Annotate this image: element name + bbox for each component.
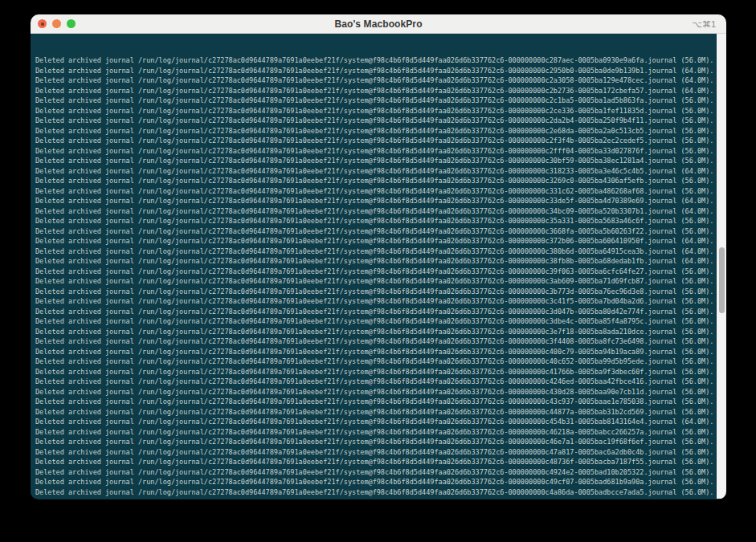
log-line: Deleted archived journal /run/log/journa…	[35, 116, 726, 126]
log-output: Deleted archived journal /run/log/journa…	[31, 34, 726, 499]
log-line: Deleted archived journal /run/log/journa…	[35, 316, 726, 327]
log-line: Deleted archived journal /run/log/journa…	[35, 86, 726, 96]
traffic-lights	[38, 14, 76, 33]
tab-shortcut-badge: ⌥⌘1	[692, 18, 716, 29]
close-button[interactable]	[38, 19, 47, 28]
log-line: Deleted archived journal /run/log/journa…	[35, 226, 726, 237]
log-line: Deleted archived journal /run/log/journa…	[35, 176, 726, 186]
log-line: Deleted archived journal /run/log/journa…	[35, 437, 726, 447]
close-button-dot-icon	[41, 22, 44, 26]
log-line: Deleted archived journal /run/log/journa…	[35, 457, 726, 467]
log-line: Deleted archived journal /run/log/journa…	[35, 66, 726, 76]
log-line: Deleted archived journal /run/log/journa…	[35, 387, 726, 397]
log-line: Deleted archived journal /run/log/journa…	[35, 247, 726, 257]
terminal-screen[interactable]: Deleted archived journal /run/log/journa…	[31, 34, 726, 499]
log-line: Deleted archived journal /run/log/journa…	[35, 336, 726, 347]
log-line: Deleted archived journal /run/log/journa…	[35, 397, 726, 407]
minimize-button[interactable]	[52, 19, 61, 28]
log-line: Deleted archived journal /run/log/journa…	[35, 357, 726, 367]
log-line: Deleted archived journal /run/log/journa…	[35, 307, 726, 317]
log-line: Deleted archived journal /run/log/journa…	[35, 407, 726, 418]
log-line: Deleted archived journal /run/log/journa…	[35, 96, 726, 106]
log-lines: Deleted archived journal /run/log/journa…	[35, 55, 726, 499]
log-line: Deleted archived journal /run/log/journa…	[35, 367, 726, 377]
log-line: Deleted archived journal /run/log/journa…	[35, 477, 726, 487]
log-line: Deleted archived journal /run/log/journa…	[35, 196, 726, 206]
log-line: Deleted archived journal /run/log/journa…	[35, 287, 726, 297]
log-line: Deleted archived journal /run/log/journa…	[35, 55, 726, 66]
log-line: Deleted archived journal /run/log/journa…	[35, 447, 726, 458]
log-line: Deleted archived journal /run/log/journa…	[35, 327, 726, 337]
log-line: Deleted archived journal /run/log/journa…	[35, 216, 726, 226]
log-line: Deleted archived journal /run/log/journa…	[35, 347, 726, 357]
log-line: Deleted archived journal /run/log/journa…	[35, 256, 726, 267]
log-line: Deleted archived journal /run/log/journa…	[35, 377, 726, 387]
scrollbar-thumb[interactable]	[719, 247, 725, 313]
window-title: Bao's MacbookPro	[31, 18, 726, 30]
log-line: Deleted archived journal /run/log/journa…	[35, 487, 726, 498]
log-line: Deleted archived journal /run/log/journa…	[35, 106, 726, 116]
log-line: Deleted archived journal /run/log/journa…	[35, 417, 726, 427]
log-line: Deleted archived journal /run/log/journa…	[35, 267, 726, 277]
log-line: Deleted archived journal /run/log/journa…	[35, 186, 726, 197]
terminal-window: Bao's MacbookPro ⌥⌘1 Deleted archived jo…	[31, 14, 726, 499]
log-line: Deleted archived journal /run/log/journa…	[35, 206, 726, 217]
desktop: Bao's MacbookPro ⌥⌘1 Deleted archived jo…	[0, 0, 756, 542]
log-line: Deleted archived journal /run/log/journa…	[35, 497, 726, 499]
log-line: Deleted archived journal /run/log/journa…	[35, 136, 726, 146]
zoom-button[interactable]	[67, 19, 76, 28]
log-line: Deleted archived journal /run/log/journa…	[35, 296, 726, 307]
log-line: Deleted archived journal /run/log/journa…	[35, 156, 726, 166]
log-line: Deleted archived journal /run/log/journa…	[35, 146, 726, 157]
log-line: Deleted archived journal /run/log/journa…	[35, 427, 726, 438]
window-titlebar[interactable]: Bao's MacbookPro ⌥⌘1	[31, 14, 726, 34]
log-line: Deleted archived journal /run/log/journa…	[35, 75, 726, 86]
log-line: Deleted archived journal /run/log/journa…	[35, 236, 726, 247]
log-line: Deleted archived journal /run/log/journa…	[35, 126, 726, 137]
log-line: Deleted archived journal /run/log/journa…	[35, 276, 726, 287]
log-line: Deleted archived journal /run/log/journa…	[35, 467, 726, 478]
log-line: Deleted archived journal /run/log/journa…	[35, 166, 726, 177]
scrollbar-track[interactable]	[717, 34, 726, 499]
